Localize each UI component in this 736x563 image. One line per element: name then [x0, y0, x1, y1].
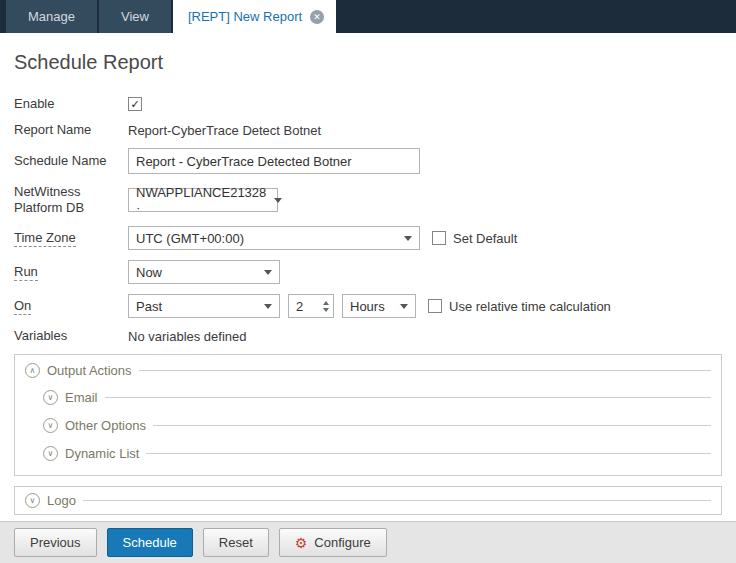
on-range-select[interactable]: Past — [128, 294, 280, 318]
configure-button[interactable]: ⚙ Configure — [279, 528, 387, 557]
email-section-label: Email — [65, 390, 98, 405]
report-name-row: Report Name Report-CyberTrace Detect Bot… — [14, 122, 722, 138]
section-rule — [139, 370, 711, 371]
tab-bar: Manage View [REPT] New Report ✕ — [0, 0, 736, 33]
reset-button[interactable]: Reset — [203, 528, 269, 557]
tab-manage[interactable]: Manage — [6, 0, 97, 33]
dynamic-list-section-label: Dynamic List — [65, 446, 139, 461]
expand-icon[interactable]: ∨ — [43, 418, 58, 433]
spinner-down-icon[interactable] — [323, 308, 329, 312]
platform-db-row: NetWitness Platform DB NWAPPLIANCE21328 … — [14, 184, 722, 216]
run-select[interactable]: Now — [128, 260, 280, 284]
chevron-down-icon — [264, 270, 272, 275]
report-name-label: Report Name — [14, 122, 128, 138]
time-zone-label: Time Zone — [14, 230, 128, 246]
on-label: On — [14, 298, 128, 314]
tab-view[interactable]: View — [99, 0, 171, 33]
time-zone-value: UTC (GMT+00:00) — [136, 231, 244, 246]
time-zone-row: Time Zone UTC (GMT+00:00) Set Default — [14, 226, 722, 250]
tab-new-report-label: [REPT] New Report — [188, 9, 302, 24]
expand-icon[interactable]: ∨ — [43, 446, 58, 461]
tab-manage-label: Manage — [28, 9, 75, 24]
output-actions-panel: ∧ Output Actions ∨ Email ∨ Other Options… — [14, 354, 722, 476]
schedule-name-row: Schedule Name — [14, 148, 722, 174]
on-row: On Past 2 Hours Use relative time calcul… — [14, 294, 722, 318]
stepper-arrows[interactable] — [319, 295, 333, 317]
schedule-name-input[interactable] — [128, 148, 420, 174]
output-actions-header[interactable]: ∧ Output Actions — [15, 355, 721, 386]
run-value: Now — [136, 265, 162, 280]
section-rule — [105, 397, 711, 398]
variables-label: Variables — [14, 328, 128, 344]
gear-icon: ⚙ — [295, 536, 308, 550]
page-title: Schedule Report — [14, 51, 722, 74]
set-default-label: Set Default — [453, 231, 517, 246]
schedule-name-label: Schedule Name — [14, 153, 128, 169]
other-options-section-label: Other Options — [65, 418, 146, 433]
on-unit-select[interactable]: Hours — [342, 294, 416, 318]
enable-checkbox[interactable]: ✓ — [128, 97, 142, 111]
collapse-icon[interactable]: ∧ — [25, 363, 40, 378]
expand-icon[interactable]: ∨ — [25, 493, 40, 508]
report-name-value: Report-CyberTrace Detect Botnet — [128, 123, 321, 138]
run-row: Run Now — [14, 260, 722, 284]
previous-button[interactable]: Previous — [14, 528, 97, 557]
chevron-down-icon — [404, 236, 412, 241]
tab-view-label: View — [121, 9, 149, 24]
tab-new-report[interactable]: [REPT] New Report ✕ — [173, 0, 336, 33]
chevron-down-icon — [274, 198, 282, 203]
configure-button-label: Configure — [314, 535, 370, 550]
set-default-checkbox[interactable] — [432, 231, 446, 245]
chevron-down-icon — [264, 304, 272, 309]
spinner-up-icon[interactable] — [323, 301, 329, 305]
variables-value: No variables defined — [128, 329, 247, 344]
logo-panel: ∨ Logo — [14, 486, 722, 515]
section-rule — [83, 500, 711, 501]
relative-time-label: Use relative time calculation — [449, 299, 611, 314]
schedule-button[interactable]: Schedule — [107, 528, 193, 557]
other-options-section-header[interactable]: ∨ Other Options — [43, 418, 711, 433]
output-actions-label: Output Actions — [47, 363, 132, 378]
enable-label: Enable — [14, 96, 128, 112]
dynamic-list-section-header[interactable]: ∨ Dynamic List — [43, 446, 711, 461]
section-rule — [146, 453, 711, 454]
relative-time-checkbox[interactable] — [428, 299, 442, 313]
logo-section-header[interactable]: ∨ Logo — [15, 487, 721, 514]
time-zone-select[interactable]: UTC (GMT+00:00) — [128, 226, 420, 250]
logo-section-label: Logo — [47, 493, 76, 508]
output-actions-body: ∨ Email ∨ Other Options ∨ Dynamic List — [15, 386, 721, 475]
platform-db-select[interactable]: NWAPPLIANCE21328 · — [128, 188, 278, 212]
on-count-value: 2 — [289, 299, 319, 314]
on-range-value: Past — [136, 299, 162, 314]
chevron-down-icon — [400, 304, 408, 309]
on-unit-value: Hours — [350, 299, 385, 314]
expand-icon[interactable]: ∨ — [43, 390, 58, 405]
variables-row: Variables No variables defined — [14, 328, 722, 344]
run-label: Run — [14, 264, 128, 280]
on-count-stepper[interactable]: 2 — [288, 294, 334, 318]
platform-db-label: NetWitness Platform DB — [14, 184, 128, 216]
footer-toolbar: Previous Schedule Reset ⚙ Configure — [0, 521, 736, 563]
platform-db-value: NWAPPLIANCE21328 · — [136, 185, 266, 215]
close-icon[interactable]: ✕ — [310, 10, 324, 24]
section-rule — [153, 425, 711, 426]
enable-row: Enable ✓ — [14, 96, 722, 112]
check-icon: ✓ — [130, 99, 139, 110]
email-section-header[interactable]: ∨ Email — [43, 390, 711, 405]
schedule-report-form: Schedule Report Enable ✓ Report Name Rep… — [0, 33, 736, 521]
